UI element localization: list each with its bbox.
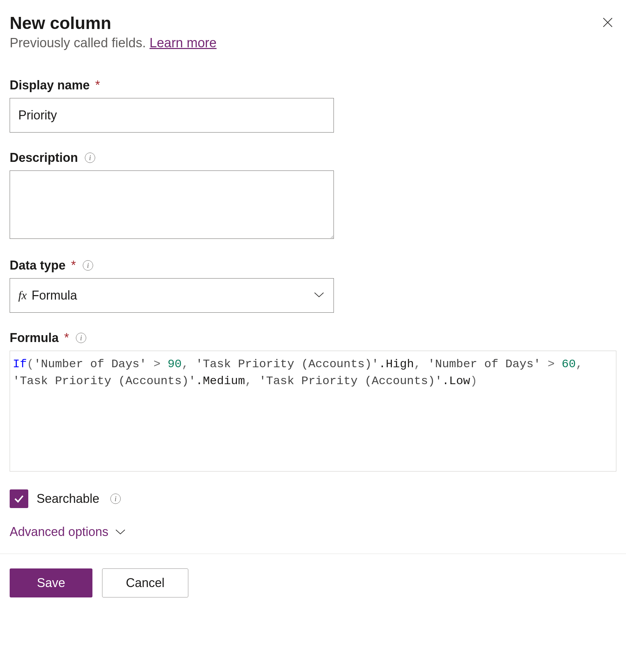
advanced-options-toggle[interactable]: Advanced options: [10, 525, 616, 539]
data-type-value: Formula: [32, 288, 77, 303]
info-icon[interactable]: i: [110, 494, 121, 504]
formula-label: Formula: [10, 331, 59, 345]
info-icon[interactable]: i: [85, 153, 95, 163]
close-button[interactable]: [599, 14, 616, 31]
required-indicator: *: [64, 331, 69, 345]
display-name-input[interactable]: [10, 98, 334, 133]
description-input[interactable]: [10, 171, 334, 239]
required-indicator: *: [95, 78, 100, 92]
subtitle-prefix: Previously called fields.: [10, 36, 150, 50]
data-type-label: Data type: [10, 258, 66, 273]
info-icon[interactable]: i: [83, 260, 93, 271]
info-icon[interactable]: i: [76, 333, 86, 343]
description-label: Description: [10, 150, 78, 165]
divider: [0, 554, 626, 554]
save-button[interactable]: Save: [10, 568, 92, 597]
advanced-options-label: Advanced options: [10, 525, 108, 539]
panel-title: New column: [10, 14, 111, 33]
panel-subtitle: Previously called fields. Learn more: [10, 36, 616, 50]
required-indicator: *: [71, 258, 76, 273]
check-icon: [13, 493, 25, 505]
close-icon: [602, 17, 614, 28]
display-name-label: Display name: [10, 78, 90, 92]
learn-more-link[interactable]: Learn more: [150, 36, 217, 50]
formula-icon: fx: [18, 289, 27, 302]
searchable-checkbox[interactable]: [10, 489, 28, 508]
data-type-select[interactable]: fx Formula: [10, 278, 334, 313]
formula-editor[interactable]: If('Number of Days' > 90, 'Task Priority…: [10, 351, 616, 471]
searchable-label: Searchable: [37, 491, 99, 506]
chevron-down-icon: [115, 529, 126, 535]
cancel-button[interactable]: Cancel: [102, 568, 188, 597]
